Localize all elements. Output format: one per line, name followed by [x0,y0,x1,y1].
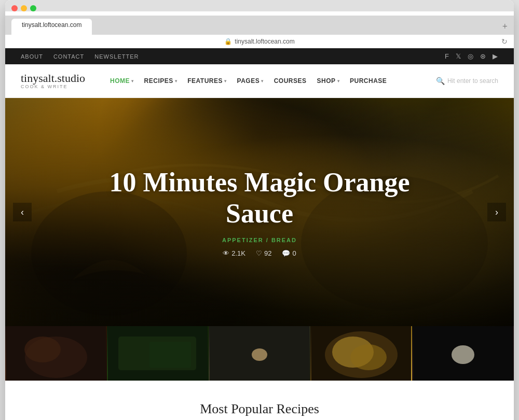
thumbnail-1[interactable] [5,326,107,381]
nav-recipes[interactable]: RECIPES ▾ [140,74,182,88]
chevron-down-icon: ▾ [224,79,227,83]
chevron-down-icon: ▾ [261,79,264,83]
hero-category: APPETIZER / BREAD [78,237,441,243]
tab-bar: tinysalt.loftocean.com + [5,16,514,35]
like-count: ♡ 92 [256,249,271,257]
tab-label: tinysalt.loftocean.com [22,21,81,29]
nav-purchase[interactable]: PURCHASE [346,74,391,88]
svg-rect-10 [149,342,191,368]
view-count: 👁 2.1K [223,249,245,257]
top-bar-nav: ABOUT CONTACT NEWSLETTER [21,53,139,60]
thumbnail-3[interactable] [209,326,310,381]
thumbnail-5[interactable] [412,326,514,381]
facebook-icon[interactable]: f [445,52,449,60]
site-content: ABOUT CONTACT NEWSLETTER f 𝕏 ◎ ⊛ ▶ tinys… [5,48,514,420]
thumbnail-strip [5,326,514,381]
maximize-button[interactable] [30,5,36,11]
svg-point-15 [252,348,267,361]
browser-window: tinysalt.loftocean.com + 🔒 tinysalt.loft… [5,0,514,420]
eye-icon: 👁 [223,249,229,257]
nav-home[interactable]: HOME ▾ [106,74,138,88]
comment-icon: 💬 [282,249,290,257]
social-links: f 𝕏 ◎ ⊛ ▶ [445,52,498,60]
logo-subtitle: COOK & WRITE [21,84,85,89]
hero-background: 10 Minutes Magic Orange Sauce APPETIZER … [5,98,514,326]
browser-chrome [5,0,514,11]
newsletter-link[interactable]: NEWSLETTER [94,53,139,60]
instagram-icon[interactable]: ◎ [468,52,474,60]
svg-point-19 [350,344,387,370]
next-slide-button[interactable]: › [487,203,506,221]
url-display: tinysalt.loftocean.com [235,38,294,45]
search-placeholder: Hit enter to search [447,77,498,85]
nav-features[interactable]: FEATURES ▾ [183,74,230,88]
heart-icon: ♡ [256,249,262,257]
popular-recipes-section: Most Popular Recipes [5,381,514,420]
nav-courses[interactable]: COURSES [270,74,311,88]
close-button[interactable] [11,5,18,11]
address-bar: 🔒 tinysalt.loftocean.com ↻ [5,35,514,48]
prev-slide-button[interactable]: ‹ [13,203,32,221]
search-icon: 🔍 [436,77,445,85]
comment-count: 💬 0 [282,249,296,257]
chevron-down-icon: ▾ [175,79,177,83]
lock-icon: 🔒 [224,38,232,45]
logo-title: tinysalt.studio [21,73,85,84]
hero-title: 10 Minutes Magic Orange Sauce [78,167,441,229]
svg-point-4 [24,337,61,362]
nav-shop[interactable]: SHOP ▾ [313,74,344,88]
main-nav: tinysalt.studio COOK & WRITE HOME ▾ RECI… [5,64,514,98]
hero-meta: 👁 2.1K ♡ 92 💬 0 [78,249,441,257]
youtube-icon[interactable]: ▶ [493,52,498,60]
hero-content: 10 Minutes Magic Orange Sauce APPETIZER … [78,167,441,257]
browser-traffic-lights [11,5,508,11]
thumbnail-2[interactable] [107,326,209,381]
nav-pages[interactable]: PAGES ▾ [233,74,268,88]
nav-search[interactable]: 🔍 Hit enter to search [436,77,498,85]
pinterest-icon[interactable]: ⊛ [480,52,486,60]
hero-slider: 10 Minutes Magic Orange Sauce APPETIZER … [5,98,514,326]
chevron-down-icon: ▾ [131,79,134,83]
contact-link[interactable]: CONTACT [53,53,84,60]
refresh-button[interactable]: ↻ [501,37,508,46]
chevron-down-icon: ▾ [337,79,340,83]
logo[interactable]: tinysalt.studio COOK & WRITE [21,73,85,89]
twitter-icon[interactable]: 𝕏 [456,52,461,60]
nav-links: HOME ▾ RECIPES ▾ FEATURES ▾ PAGES ▾ COUR… [106,74,436,88]
section-title: Most Popular Recipes [21,401,498,417]
new-tab-button[interactable]: + [496,19,514,35]
active-tab[interactable]: tinysalt.loftocean.com [11,19,92,35]
minimize-button[interactable] [21,5,27,11]
thumbnail-4[interactable] [310,326,412,381]
svg-point-24 [452,345,474,364]
about-link[interactable]: ABOUT [21,53,43,60]
top-bar: ABOUT CONTACT NEWSLETTER f 𝕏 ◎ ⊛ ▶ [5,48,514,64]
